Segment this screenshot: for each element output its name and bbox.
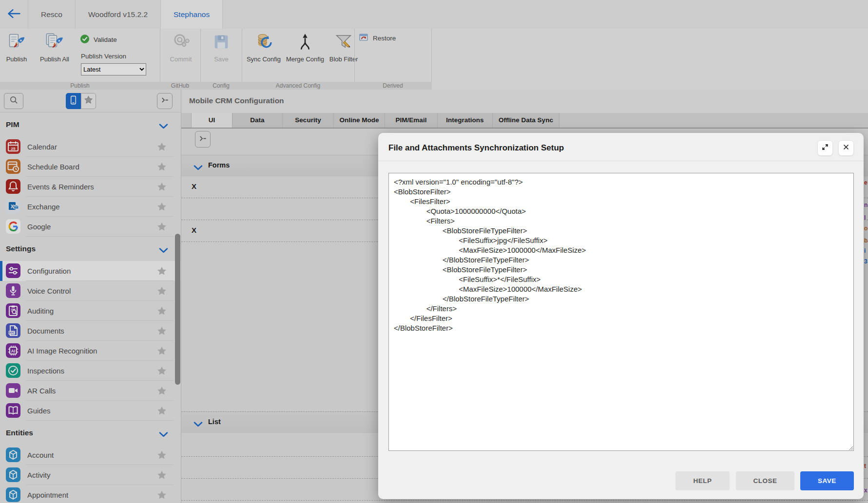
dialog-expand-button[interactable]	[817, 140, 833, 156]
favorite-star-icon[interactable]	[156, 285, 168, 297]
titlebar-tab-stephanos[interactable]: Stephanos	[161, 0, 223, 29]
favorite-star-icon[interactable]	[156, 305, 168, 317]
mobile-view-toggle-button[interactable]	[66, 93, 81, 109]
favorite-star-icon[interactable]	[156, 405, 168, 417]
favorite-star-icon[interactable]	[156, 469, 168, 481]
ar-calls-icon	[6, 383, 20, 398]
publish-version-label: Publish Version	[81, 53, 126, 60]
sidebar-item-ar-calls[interactable]: AR Calls	[0, 381, 181, 401]
sidebar-item-calendar[interactable]: 25Calendar	[0, 137, 181, 157]
sidebar-panel-toggle-button[interactable]	[157, 93, 173, 109]
save-button[interactable]: SAVE	[800, 471, 854, 490]
favorite-star-icon[interactable]	[156, 265, 168, 277]
tab-data[interactable]: Data	[232, 113, 283, 128]
search-button[interactable]	[4, 93, 23, 109]
merge-config-button[interactable]: Merge Config	[286, 32, 325, 77]
ribbon-group-divider	[160, 29, 160, 90]
favorite-star-icon[interactable]	[156, 141, 168, 153]
tab-ui[interactable]: UI	[191, 113, 232, 128]
blob-filter-xml-textarea[interactable]	[388, 173, 854, 451]
star-icon	[83, 95, 94, 107]
entity-cube-icon	[6, 487, 20, 502]
favorite-star-icon[interactable]	[156, 201, 168, 213]
sidebar-item-auditing[interactable]: Auditing	[0, 301, 181, 321]
favorites-filter-button[interactable]	[81, 93, 96, 109]
sidebar-item-exchange[interactable]: XExchange	[0, 197, 181, 217]
sidebar-item-inspections[interactable]: Inspections	[0, 361, 181, 381]
ribbon-group-github: GitHub	[160, 82, 200, 90]
publish-all-button[interactable]: Publish All	[32, 32, 77, 77]
sidebar-item-label: Voice Control	[27, 287, 71, 295]
entity-cube-icon	[6, 467, 20, 482]
expand-icon	[821, 143, 829, 153]
sidebar-item-account[interactable]: Account	[0, 445, 181, 465]
back-button[interactable]	[0, 0, 28, 29]
sidebar-item-configuration[interactable]: Configuration	[0, 261, 181, 281]
dialog-title: File and Attachments Synchronization Set…	[388, 143, 564, 153]
sidebar-section-label: Settings	[6, 244, 36, 253]
favorite-star-icon[interactable]	[156, 365, 168, 377]
help-button[interactable]: HELP	[675, 471, 730, 490]
ribbon-group-divider	[242, 29, 242, 90]
panel-toggle-icon	[160, 95, 170, 107]
titlebar-tab-woodford-version[interactable]: Woodford v15.2.2	[76, 0, 161, 29]
sidebar-section-entities[interactable]: Entities	[0, 421, 181, 445]
favorite-star-icon[interactable]	[156, 181, 168, 193]
sync-config-button[interactable]: Sync Config	[243, 32, 285, 77]
page-title: Mobile CRM Configuration	[189, 96, 284, 105]
favorite-star-icon[interactable]	[156, 325, 168, 337]
chevron-down-icon	[159, 122, 168, 128]
phone-icon	[68, 95, 78, 107]
commit-icon	[162, 32, 200, 53]
validate-button[interactable]: Validate	[80, 34, 117, 45]
favorite-star-icon[interactable]	[156, 221, 168, 233]
publish-button[interactable]: Publish	[1, 32, 32, 77]
sidebar-item-google[interactable]: Google	[0, 217, 181, 237]
sidebar-item-events-reminders[interactable]: Events & Reminders	[0, 177, 181, 197]
favorite-star-icon[interactable]	[156, 489, 168, 501]
sidebar-item-label: Documents	[27, 327, 64, 335]
dialog-close-button[interactable]	[838, 140, 854, 156]
commit-button[interactable]: Commit	[162, 32, 200, 77]
sidebar-item-appointment[interactable]: Appointment	[0, 485, 181, 503]
favorite-star-icon[interactable]	[156, 345, 168, 357]
close-button[interactable]: CLOSE	[736, 471, 794, 490]
sidebar-item-voice-control[interactable]: Voice Control	[0, 281, 181, 301]
restore-button-label: Restore	[373, 35, 396, 42]
restore-button[interactable]: Restore	[359, 33, 396, 44]
ribbon-group-config: Config	[200, 82, 242, 90]
sidebar-item-guides[interactable]: Guides	[0, 401, 181, 421]
titlebar: Resco Woodford v15.2.2 Stephanos	[0, 0, 868, 29]
sidebar-item-documents[interactable]: DOCDocuments	[0, 321, 181, 341]
sidebar-item-ai-image-recognition[interactable]: AIAI Image Recognition	[0, 341, 181, 361]
sidebar-item-label: Account	[27, 451, 54, 459]
tab-security[interactable]: Security	[283, 113, 334, 128]
search-icon	[9, 95, 19, 107]
sidebar-section-pim[interactable]: PIM	[0, 112, 181, 137]
content-panel-toggle-button[interactable]	[195, 131, 211, 148]
documents-icon: DOC	[6, 323, 20, 338]
tab-offline-data-sync[interactable]: Offline Data Sync	[493, 113, 559, 128]
sidebar-section-settings[interactable]: Settings	[0, 237, 181, 261]
tab-pim-email[interactable]: PIM/Email	[385, 113, 438, 128]
save-config-button[interactable]: Save	[203, 32, 239, 77]
titlebar-tab-resco[interactable]: Resco	[28, 0, 76, 29]
sidebar-item-activity[interactable]: Activity	[0, 465, 181, 485]
merge-config-button-label: Merge Config	[286, 56, 325, 63]
publish-version-select[interactable]: Latest	[81, 63, 146, 75]
tab-integrations[interactable]: Integrations	[438, 113, 493, 128]
configuration-tabbar: UIDataSecurityOnline ModePIM/EmailIntegr…	[181, 113, 868, 129]
sidebar-item-schedule-board[interactable]: Schedule Board	[0, 157, 181, 177]
ai-image-recognition-icon: AI	[6, 343, 20, 358]
panel-toggle-icon	[198, 133, 208, 146]
list-section-label: List	[208, 418, 221, 426]
favorite-star-icon[interactable]	[156, 385, 168, 397]
sidebar-scrollbar-thumb[interactable]	[175, 234, 180, 385]
sidebar-item-label: Activity	[27, 471, 51, 479]
tab-online-mode[interactable]: Online Mode	[334, 113, 385, 128]
svg-text:25: 25	[11, 147, 16, 151]
save-config-button-label: Save	[203, 56, 239, 63]
favorite-star-icon[interactable]	[156, 161, 168, 173]
ribbon-group-labels: Publish GitHub Config Advanced Config De…	[0, 82, 432, 90]
favorite-star-icon[interactable]	[156, 449, 168, 461]
